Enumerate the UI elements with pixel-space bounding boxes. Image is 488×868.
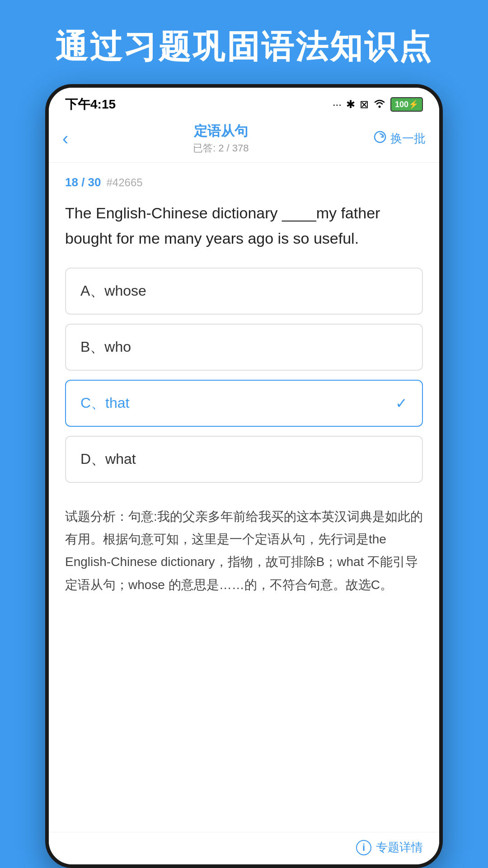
refresh-button[interactable]: 换一批 [373, 130, 426, 147]
status-bar: 下午4:15 ··· ✱ ⊠ 100 ⚡ [49, 88, 439, 117]
question-id: #42665 [107, 176, 143, 189]
question-text: The English-Chinese dictionary ____my fa… [65, 200, 423, 251]
bluetooth-icon: ✱ [346, 98, 355, 111]
option-d-label: D、what [80, 449, 136, 469]
svg-point-1 [375, 132, 385, 142]
svg-point-0 [378, 106, 380, 108]
status-icons: ··· ✱ ⊠ 100 ⚡ [333, 97, 423, 112]
question-progress: 18 / 30 [65, 175, 101, 189]
detail-label: 专题详情 [376, 840, 423, 855]
wifi-icon [373, 98, 386, 111]
option-b-label: B、who [80, 337, 131, 357]
refresh-label: 换一批 [390, 131, 426, 146]
options-list: A、whose B、who C、that ✓ D、what [65, 268, 423, 483]
nav-subtitle: 已答: 2 / 378 [193, 142, 249, 155]
detail-button[interactable]: i 专题详情 [356, 840, 423, 855]
content-area: 18 / 30 #42665 The English-Chinese dicti… [49, 163, 439, 832]
nav-title: 定语从句 [193, 122, 249, 141]
nav-center: 定语从句 已答: 2 / 378 [193, 122, 249, 155]
page-header: 通过习题巩固语法知识点 [0, 0, 488, 84]
option-c[interactable]: C、that ✓ [65, 380, 423, 427]
info-icon: i [356, 840, 371, 855]
dots-icon: ··· [333, 98, 342, 111]
refresh-icon [373, 130, 387, 147]
option-b[interactable]: B、who [65, 324, 423, 371]
analysis-text: 试题分析：句意:我的父亲多年前给我买的这本英汉词典是如此的有用。根据句意可知，这… [65, 505, 423, 597]
battery-icon: 100 ⚡ [390, 97, 423, 112]
page-title: 通过习题巩固语法知识点 [27, 27, 461, 66]
phone-frame: 下午4:15 ··· ✱ ⊠ 100 ⚡ ‹ 定语从句 已答: 2 / [45, 84, 443, 868]
status-time: 下午4:15 [65, 96, 116, 113]
option-a-label: A、whose [80, 281, 146, 301]
nav-bar: ‹ 定语从句 已答: 2 / 378 换一批 [49, 117, 439, 163]
check-icon: ✓ [395, 395, 408, 412]
question-meta: 18 / 30 #42665 [65, 175, 423, 189]
option-d[interactable]: D、what [65, 436, 423, 483]
option-c-label: C、that [80, 393, 129, 413]
sim-icon: ⊠ [360, 98, 369, 111]
bottom-bar: i 专题详情 [49, 832, 439, 864]
analysis-section: 试题分析：句意:我的父亲多年前给我买的这本英汉词典是如此的有用。根据句意可知，这… [65, 501, 423, 597]
option-a[interactable]: A、whose [65, 268, 423, 315]
back-button[interactable]: ‹ [62, 128, 68, 149]
